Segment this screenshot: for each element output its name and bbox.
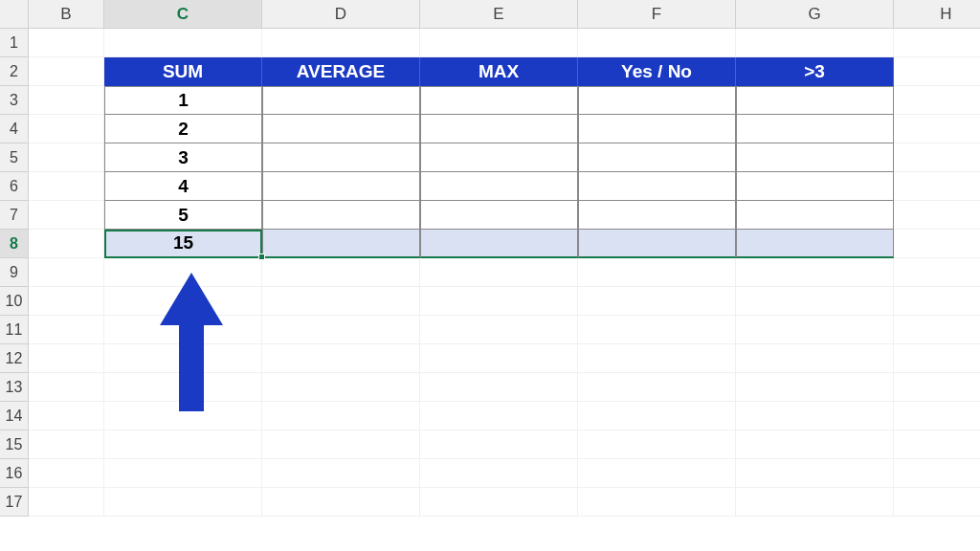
cell-g8[interactable] [736,230,894,258]
row-header-14[interactable]: 14 [0,402,29,430]
row-header-16[interactable]: 16 [0,459,29,488]
cell-h17[interactable] [894,488,980,517]
cell-c15[interactable] [104,430,262,459]
cell-b12[interactable] [29,344,104,373]
cell-c2-header-sum[interactable]: SUM [104,57,262,86]
cell-d8[interactable] [262,230,420,258]
cell-e17[interactable] [420,488,578,517]
cell-e4[interactable] [420,115,578,143]
spreadsheet-grid[interactable]: B C D E F G H 1 2 SUM AVERAGE MAX Yes / … [0,0,980,517]
cell-b13[interactable] [29,373,104,402]
row-header-2[interactable]: 2 [0,57,29,86]
cell-d10[interactable] [262,287,420,316]
cell-d7[interactable] [262,201,420,230]
cell-h3[interactable] [894,86,980,115]
cell-h12[interactable] [894,344,980,373]
cell-c13[interactable] [104,373,262,402]
cell-c9[interactable] [104,258,262,287]
cell-c3[interactable]: 1 [104,86,262,115]
fill-handle[interactable] [258,253,265,260]
cell-d2-header-average[interactable]: AVERAGE [262,57,420,86]
cell-e1[interactable] [420,29,578,57]
cell-c1[interactable] [104,29,262,57]
cell-c4[interactable]: 2 [104,115,262,143]
cell-f11[interactable] [578,316,736,344]
cell-c11[interactable] [104,316,262,344]
cell-b2[interactable] [29,57,104,86]
cell-g5[interactable] [736,143,894,172]
cell-f1[interactable] [578,29,736,57]
cell-g12[interactable] [736,344,894,373]
cell-f5[interactable] [578,143,736,172]
cell-b3[interactable] [29,86,104,115]
cell-f7[interactable] [578,201,736,230]
row-header-7[interactable]: 7 [0,201,29,230]
cell-b11[interactable] [29,316,104,344]
cell-c7[interactable]: 5 [104,201,262,230]
cell-f6[interactable] [578,172,736,201]
col-header-g[interactable]: G [736,0,894,29]
cell-g4[interactable] [736,115,894,143]
cell-h11[interactable] [894,316,980,344]
cell-d6[interactable] [262,172,420,201]
cell-b6[interactable] [29,172,104,201]
cell-h7[interactable] [894,201,980,230]
cell-f9[interactable] [578,258,736,287]
cell-f16[interactable] [578,459,736,488]
row-header-8[interactable]: 8 [0,230,29,258]
cell-c16[interactable] [104,459,262,488]
cell-f12[interactable] [578,344,736,373]
cell-h1[interactable] [894,29,980,57]
cell-h4[interactable] [894,115,980,143]
row-header-12[interactable]: 12 [0,344,29,373]
cell-h6[interactable] [894,172,980,201]
cell-g15[interactable] [736,430,894,459]
cell-e6[interactable] [420,172,578,201]
col-header-b[interactable]: B [29,0,104,29]
cell-g16[interactable] [736,459,894,488]
cell-g17[interactable] [736,488,894,517]
cell-d4[interactable] [262,115,420,143]
cell-h15[interactable] [894,430,980,459]
row-header-11[interactable]: 11 [0,316,29,344]
cell-g14[interactable] [736,402,894,430]
cell-f13[interactable] [578,373,736,402]
cell-b4[interactable] [29,115,104,143]
cell-e12[interactable] [420,344,578,373]
cell-g1[interactable] [736,29,894,57]
cell-d12[interactable] [262,344,420,373]
row-header-9[interactable]: 9 [0,258,29,287]
cell-g9[interactable] [736,258,894,287]
cell-e5[interactable] [420,143,578,172]
cell-b9[interactable] [29,258,104,287]
cell-e2-header-max[interactable]: MAX [420,57,578,86]
cell-b15[interactable] [29,430,104,459]
cell-h10[interactable] [894,287,980,316]
cell-g13[interactable] [736,373,894,402]
col-header-c[interactable]: C [104,0,262,29]
cell-g3[interactable] [736,86,894,115]
cell-f14[interactable] [578,402,736,430]
cell-d17[interactable] [262,488,420,517]
cell-e13[interactable] [420,373,578,402]
cell-h16[interactable] [894,459,980,488]
row-header-4[interactable]: 4 [0,115,29,143]
cell-b16[interactable] [29,459,104,488]
cell-e14[interactable] [420,402,578,430]
cell-b10[interactable] [29,287,104,316]
cell-h8[interactable] [894,230,980,258]
cell-d13[interactable] [262,373,420,402]
cell-e16[interactable] [420,459,578,488]
cell-e8[interactable] [420,230,578,258]
cell-d11[interactable] [262,316,420,344]
cell-b5[interactable] [29,143,104,172]
row-header-17[interactable]: 17 [0,488,29,517]
cell-h9[interactable] [894,258,980,287]
col-header-d[interactable]: D [262,0,420,29]
cell-h5[interactable] [894,143,980,172]
cell-e11[interactable] [420,316,578,344]
row-header-3[interactable]: 3 [0,86,29,115]
cell-f3[interactable] [578,86,736,115]
cell-f15[interactable] [578,430,736,459]
cell-d15[interactable] [262,430,420,459]
